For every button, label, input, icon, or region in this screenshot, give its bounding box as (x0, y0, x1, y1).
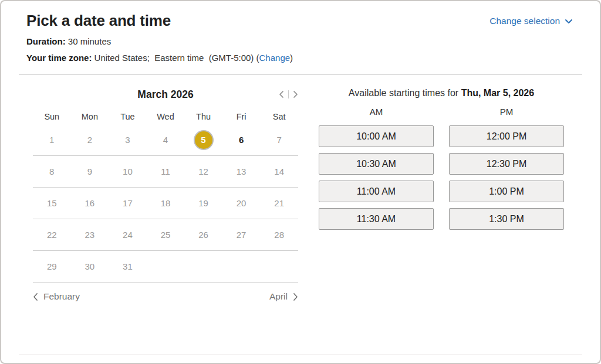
calendar-day-disabled: 21 (260, 198, 298, 208)
main-content: March 2026 SunMonTueWedThuFriSa (1, 75, 600, 311)
pm-label: PM (449, 107, 564, 121)
chevron-right-icon (293, 90, 298, 98)
duration-label: Duration: (26, 36, 66, 46)
calendar-day-disabled: 15 (33, 198, 71, 208)
calendar-day-disabled: 10 (109, 166, 147, 176)
timezone-label: Your time zone: (26, 53, 92, 63)
available-times-heading: Available starting times for Thu, Mar 5,… (319, 88, 564, 98)
available-times-date: Thu, Mar 5, 2026 (461, 88, 535, 98)
calendar-day-disabled: 22 (33, 230, 71, 240)
calendar-grid: 1234567891011121314151617181920212223242… (33, 124, 298, 283)
day-of-week-label: Wed (147, 112, 185, 121)
calendar-day-selected[interactable]: 5 (184, 131, 222, 149)
scheduler-card: Pick a date and time Change selection Du… (0, 0, 601, 364)
prev-month-label: February (43, 291, 80, 302)
calendar-week-row: 15161718192021 (33, 188, 298, 219)
pm-column-slots: 12:00 PM12:30 PM1:00 PM1:30 PM (449, 125, 564, 230)
calendar-day-disabled: 23 (71, 230, 109, 240)
calendar-day-disabled: 18 (147, 198, 185, 208)
time-slot-button[interactable]: 12:30 PM (449, 153, 564, 175)
day-of-week-label: Tue (109, 112, 147, 121)
nav-separator (288, 90, 289, 98)
calendar: March 2026 SunMonTueWedThuFriSa (33, 75, 298, 311)
chevron-left-icon (279, 90, 284, 98)
am-column: AM 10:00 AM10:30 AM11:00 AM11:30 AM (319, 107, 434, 230)
calendar-day-disabled: 30 (71, 261, 109, 271)
calendar-day-disabled: 2 (71, 135, 109, 145)
am-label: AM (319, 107, 434, 121)
calendar-day-disabled: 17 (109, 198, 147, 208)
next-month-label: April (269, 291, 288, 302)
time-slot-button[interactable]: 12:00 PM (449, 125, 564, 147)
calendar-week-row: 293031 (33, 251, 298, 283)
calendar-day-disabled: 7 (260, 135, 298, 145)
selected-day-circle[interactable]: 5 (195, 131, 212, 149)
calendar-week-row: 22232425262728 (33, 219, 298, 251)
timezone-value: United States; Eastern time (GMT-5:00) (94, 53, 254, 63)
chevron-left-icon (33, 292, 38, 301)
calendar-day-disabled: 11 (147, 166, 185, 176)
pm-column: PM 12:00 PM12:30 PM1:00 PM1:30 PM (449, 107, 564, 230)
timezone-change-wrap: (Change) (256, 53, 293, 63)
time-slot-button[interactable]: 1:30 PM (449, 208, 564, 230)
timezone-change-link[interactable]: Change (259, 53, 291, 63)
calendar-week-row: 891011121314 (33, 156, 298, 188)
calendar-day-disabled: 4 (147, 135, 185, 145)
calendar-day-disabled: 19 (184, 198, 222, 208)
am-column-slots: 10:00 AM10:30 AM11:00 AM11:30 AM (319, 125, 434, 230)
calendar-day-disabled: 9 (71, 166, 109, 176)
time-slot-button[interactable]: 10:00 AM (319, 125, 434, 147)
prev-month-arrow-button[interactable] (279, 90, 284, 98)
available-times-panel: Available starting times for Thu, Mar 5,… (319, 75, 564, 311)
calendar-day-headers: SunMonTueWedThuFriSat (33, 109, 298, 124)
calendar-day-disabled: 8 (33, 166, 71, 176)
calendar-nav (279, 90, 298, 98)
available-times-prefix: Available starting times for (349, 88, 458, 98)
page-title: Pick a date and time (26, 12, 171, 30)
calendar-day-disabled: 25 (147, 230, 185, 240)
next-month-link[interactable]: April (269, 291, 298, 302)
calendar-day-disabled: 31 (109, 261, 147, 271)
calendar-day-disabled: 24 (109, 230, 147, 240)
day-of-week-label: Sun (33, 112, 71, 121)
prev-month-link[interactable]: February (33, 291, 80, 302)
day-of-week-label: Mon (71, 112, 109, 121)
time-slot-button[interactable]: 1:00 PM (449, 181, 564, 202)
calendar-day-disabled: 13 (222, 166, 261, 176)
time-slot-button[interactable]: 11:30 AM (319, 208, 434, 230)
calendar-footer: February April (33, 283, 298, 311)
calendar-day-disabled: 12 (184, 166, 222, 176)
change-selection-link[interactable]: Change selection (489, 16, 573, 26)
day-of-week-label: Sat (260, 112, 298, 121)
page-header: Pick a date and time Change selection Du… (1, 1, 600, 63)
calendar-day-disabled: 26 (184, 230, 222, 240)
time-slot-button[interactable]: 10:30 AM (319, 153, 434, 175)
duration-line: Duration: 30 minutes (26, 36, 573, 46)
calendar-day-disabled: 3 (109, 135, 147, 145)
bottom-divider (19, 355, 582, 355)
calendar-day-disabled: 29 (33, 261, 71, 271)
calendar-day-disabled: 1 (33, 135, 71, 145)
timezone-line: Your time zone: United States; Eastern t… (26, 53, 573, 63)
day-of-week-label: Thu (184, 112, 222, 121)
time-slot-button[interactable]: 11:00 AM (319, 181, 434, 202)
duration-value: 30 minutes (68, 36, 111, 46)
calendar-month-title: March 2026 (33, 89, 298, 101)
day-of-week-label: Fri (222, 112, 261, 121)
calendar-day-disabled: 27 (222, 230, 261, 240)
calendar-day-disabled: 14 (260, 166, 298, 176)
calendar-week-row: 1234567 (33, 124, 298, 156)
calendar-day-disabled: 20 (222, 198, 261, 208)
chevron-right-icon (293, 292, 298, 301)
change-selection-label: Change selection (489, 16, 560, 26)
chevron-down-icon (565, 19, 573, 24)
calendar-day-disabled: 28 (260, 230, 298, 240)
next-month-arrow-button[interactable] (293, 90, 298, 98)
calendar-day-available[interactable]: 6 (222, 135, 261, 145)
calendar-header: March 2026 (33, 87, 298, 102)
calendar-day-disabled: 16 (71, 198, 109, 208)
